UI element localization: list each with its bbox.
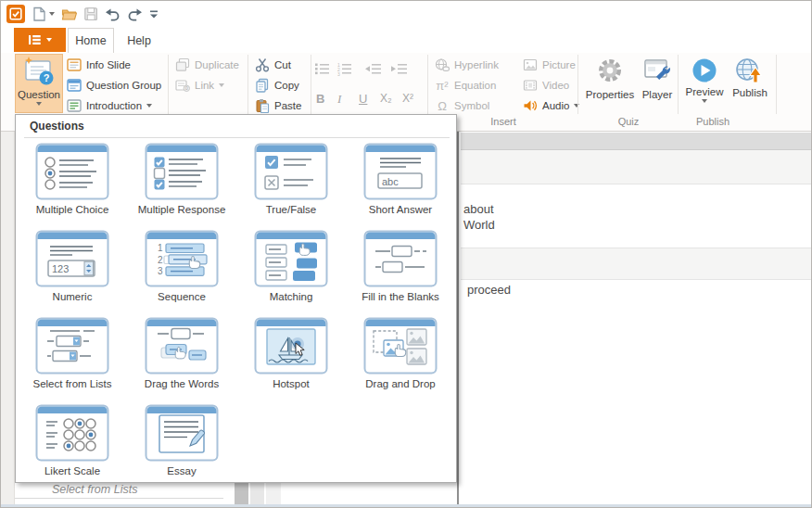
paste-icon xyxy=(255,98,270,113)
preview-button[interactable]: Preview xyxy=(681,54,728,113)
drag-the-words-icon xyxy=(145,317,219,375)
question-type-label: Fill in the Blanks xyxy=(349,291,451,303)
publish-button[interactable]: Publish xyxy=(728,54,772,113)
introduction-button[interactable]: Introduction xyxy=(67,96,152,115)
question-group-button[interactable]: Question Group xyxy=(67,76,161,95)
question-type-item[interactable]: Select from Lists xyxy=(21,317,123,390)
background-text-line: about xyxy=(463,202,494,216)
question-type-label: Drag and Drop xyxy=(349,378,451,390)
decrease-indent-button[interactable] xyxy=(364,62,383,76)
multiple-choice-icon xyxy=(35,143,109,200)
question-type-item[interactable]: Fill in the Blanks xyxy=(349,230,451,303)
bold-button[interactable]: B xyxy=(316,92,324,106)
list-menu-icon xyxy=(29,34,41,45)
bullet-list-button[interactable] xyxy=(314,62,331,76)
symbol-icon: Ω xyxy=(435,99,450,113)
select-from-lists-icon xyxy=(35,317,109,375)
question-button[interactable]: ? Question xyxy=(15,54,63,113)
video-button[interactable]: Video xyxy=(523,76,569,95)
question-type-item[interactable]: Matching xyxy=(240,230,342,303)
undo-button[interactable] xyxy=(105,4,121,24)
question-type-label: Select from Lists xyxy=(21,378,123,390)
copy-icon xyxy=(255,78,270,93)
questions-dropdown-panel: Questions Multiple ChoiceMultiple Respon… xyxy=(15,114,457,483)
customize-toolbar-button[interactable] xyxy=(149,4,159,24)
symbol-button[interactable]: Ω Symbol xyxy=(435,96,489,115)
svg-text:0: 0 xyxy=(185,85,188,91)
cut-button[interactable]: Cut xyxy=(255,56,291,74)
open-button[interactable] xyxy=(61,4,77,24)
equation-button[interactable]: π² Equation xyxy=(435,76,496,95)
redo-button[interactable] xyxy=(127,4,143,24)
duplicate-icon xyxy=(175,57,190,72)
question-type-label: Multiple Response xyxy=(131,204,233,216)
question-type-item[interactable]: Multiple Response xyxy=(131,143,233,216)
link-button[interactable]: 0 Link xyxy=(175,76,224,95)
drag-and-drop-icon xyxy=(363,317,438,375)
form-row-band xyxy=(461,150,812,184)
copy-button[interactable]: Copy xyxy=(255,76,299,95)
player-button[interactable]: Player xyxy=(637,54,678,113)
question-type-label: Essay xyxy=(131,465,233,477)
underline-button[interactable]: U xyxy=(359,92,367,106)
new-document-button[interactable] xyxy=(32,4,55,24)
gear-icon xyxy=(596,57,624,86)
question-type-item[interactable]: Likert Scale xyxy=(21,404,123,477)
italic-button[interactable]: I xyxy=(337,92,341,107)
question-type-label: Sequence xyxy=(131,291,233,303)
info-slide-button[interactable]: Info Slide xyxy=(67,56,131,74)
question-type-item[interactable]: True/False xyxy=(240,143,342,216)
question-type-label: Multiple Choice xyxy=(21,204,123,216)
background-text-line: proceed xyxy=(467,283,511,297)
question-type-label: Likert Scale xyxy=(21,465,123,477)
publish-globe-icon xyxy=(735,57,765,84)
save-button[interactable] xyxy=(83,4,98,24)
subscript-button[interactable]: X₂ xyxy=(380,92,392,105)
new-document-caret-icon[interactable] xyxy=(49,12,55,16)
svg-text:?: ? xyxy=(44,72,50,83)
video-icon xyxy=(523,78,538,93)
cut-icon xyxy=(255,57,270,72)
likert-scale-icon xyxy=(35,404,109,462)
quizmaker-window: Home Help ? Question Info Slide Qu xyxy=(0,0,812,508)
tab-home[interactable]: Home xyxy=(68,28,114,53)
question-type-item[interactable]: abcShort Answer xyxy=(349,143,451,216)
ribbon-tab-bar: Home Help xyxy=(1,27,812,53)
hyperlink-button[interactable]: Hyperlink xyxy=(435,56,499,74)
question-slide-icon: ? xyxy=(22,57,56,86)
question-type-item[interactable]: Drag the Words xyxy=(131,317,233,390)
numbered-list-button[interactable]: 123 xyxy=(336,62,353,76)
svg-text:3: 3 xyxy=(158,266,163,276)
info-slide-icon xyxy=(67,57,82,72)
player-window-icon xyxy=(643,57,671,86)
numeric-icon: 123 xyxy=(35,230,109,287)
tab-help[interactable]: Help xyxy=(114,28,164,53)
question-type-label: True/False xyxy=(240,204,342,216)
scrollbar-thumb[interactable] xyxy=(235,480,248,504)
superscript-button[interactable]: X² xyxy=(402,92,413,105)
question-type-item[interactable]: Drag and Drop xyxy=(349,317,451,390)
application-menu-button[interactable] xyxy=(14,28,66,52)
audio-icon xyxy=(523,98,538,113)
form-row-band xyxy=(461,248,812,280)
hotspot-icon xyxy=(254,317,328,375)
question-type-item[interactable]: Multiple Choice xyxy=(21,143,123,216)
scrollbar-track[interactable] xyxy=(266,480,281,504)
left-margin-strip xyxy=(1,132,15,504)
duplicate-button[interactable]: Duplicate xyxy=(175,56,239,74)
panel-splitter[interactable] xyxy=(457,132,459,504)
question-type-item[interactable]: 123Sequence xyxy=(131,230,233,303)
paste-button[interactable]: Paste xyxy=(255,96,301,115)
scrollbar-track[interactable] xyxy=(250,480,264,504)
audio-button[interactable]: Audio xyxy=(523,96,579,115)
status-bar-edge xyxy=(1,504,812,508)
fill-in-the-blanks-icon xyxy=(363,230,438,287)
application-menu-caret-icon xyxy=(46,38,52,42)
picture-button[interactable]: Picture xyxy=(523,56,576,74)
properties-button[interactable]: Properties xyxy=(583,54,637,113)
svg-text:2: 2 xyxy=(158,255,163,265)
question-type-item[interactable]: Hotspot xyxy=(240,317,342,390)
question-type-item[interactable]: 123Numeric xyxy=(21,230,123,303)
question-type-item[interactable]: Essay xyxy=(131,404,233,477)
increase-indent-button[interactable] xyxy=(390,62,409,76)
